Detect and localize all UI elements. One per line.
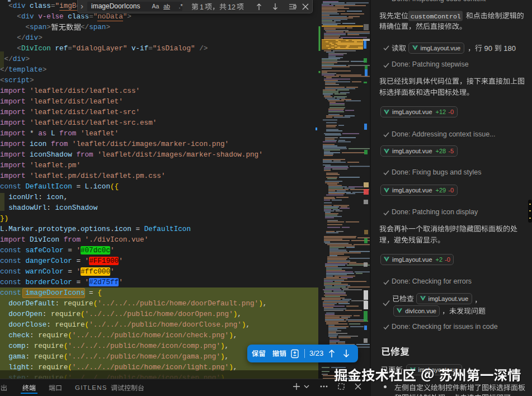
svg-text:12: 12 [228,3,236,11]
svg-text:customControl: customControl [411,12,461,20]
svg-text:180: 180 [502,44,516,52]
svg-text:1: 1 [200,3,204,11]
svg-text:90: 90 [482,44,495,52]
